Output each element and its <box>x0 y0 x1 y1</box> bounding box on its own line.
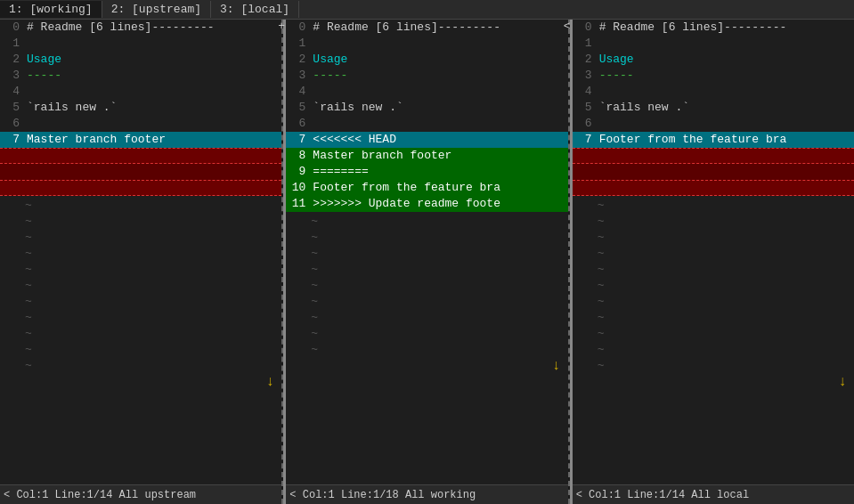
top-tabs: 1: [working] 2: [upstream] 3: [local] <box>0 0 854 20</box>
working-line-6: 6 <box>286 116 567 132</box>
line-2: 2 Usage <box>0 52 281 68</box>
working-line-7: 7 <<<<<<< HEAD <box>286 132 567 148</box>
local-conflict-3 <box>573 180 854 196</box>
tab-2[interactable]: 2: [upstream] <box>102 1 211 18</box>
status-text-upstream: < Col:1 Line:1/14 All upstream <box>4 489 196 501</box>
tab-3[interactable]: 3: [local] <box>211 1 299 18</box>
line-6: 6 <box>0 116 281 132</box>
line-3: 3 ----- <box>0 68 281 84</box>
panel-upstream: 0 # Readme [6 lines]--------- 1 2 Usage … <box>0 20 283 504</box>
working-line-9: 9 ======== <box>286 164 567 180</box>
local-line-2: 2 Usage <box>573 52 854 68</box>
working-line-10: 10 Footer from the feature bra <box>286 180 567 196</box>
conflict-line-1 <box>0 148 281 164</box>
working-line-5: 5 `rails new .` <box>286 100 567 116</box>
tab-1[interactable]: 1: [working] <box>0 1 102 18</box>
panel-local-content: 0 # Readme [6 lines]--------- 1 2 Usage … <box>573 20 854 484</box>
line-1: 1 <box>0 36 281 52</box>
working-line-2: 2 Usage <box>286 52 567 68</box>
status-text-local: < Col:1 Line:1/14 All local <box>576 489 749 501</box>
status-bar-working: < Col:1 Line:1/18 All working <box>286 484 567 504</box>
working-line-11: 11 >>>>>>> Update readme foote <box>286 196 567 212</box>
panel-working-content: 0 # Readme [6 lines]--------- 1 2 Usage … <box>286 20 567 484</box>
local-conflict-2 <box>573 164 854 180</box>
scroll-down-arrow-1: ↓ <box>266 374 275 390</box>
local-conflict-1 <box>573 148 854 164</box>
working-line-8: 8 Master branch footer <box>286 148 567 164</box>
conflict-line-3 <box>0 180 281 196</box>
status-bar-upstream: < Col:1 Line:1/14 All upstream <box>0 484 281 504</box>
line-7: 7 Master branch footer <box>0 132 281 148</box>
scroll-down-arrow-2: ↓ <box>552 358 561 374</box>
working-line-1: 1 <box>286 36 567 52</box>
local-line-1: 1 <box>573 36 854 52</box>
line-4: 4 <box>0 84 281 100</box>
line-5: 5 `rails new .` <box>0 100 281 116</box>
status-bar-local: < Col:1 Line:1/14 All local <box>573 484 854 504</box>
panel-working: 0 # Readme [6 lines]--------- 1 2 Usage … <box>286 20 569 504</box>
panel-local: 0 # Readme [6 lines]--------- 1 2 Usage … <box>573 20 854 504</box>
working-line-3: 3 ----- <box>286 68 567 84</box>
local-line-7: 7 Footer from the feature bra <box>573 132 854 148</box>
local-line-3: 3 ----- <box>573 68 854 84</box>
local-line-6: 6 <box>573 116 854 132</box>
local-line-4: 4 <box>573 84 854 100</box>
status-text-working: < Col:1 Line:1/18 All working <box>289 489 476 501</box>
local-line-5: 5 `rails new .` <box>573 100 854 116</box>
working-line-0: 0 # Readme [6 lines]--------- <box>286 20 567 36</box>
scroll-down-arrow-3: ↓ <box>838 374 847 390</box>
line-0: 0 # Readme [6 lines]--------- <box>0 20 281 36</box>
panel-upstream-content: 0 # Readme [6 lines]--------- 1 2 Usage … <box>0 20 281 484</box>
panels-container: 0 # Readme [6 lines]--------- 1 2 Usage … <box>0 20 854 504</box>
working-line-4: 4 <box>286 84 567 100</box>
conflict-line-2 <box>0 164 281 180</box>
local-line-0: 0 # Readme [6 lines]--------- <box>573 20 854 36</box>
